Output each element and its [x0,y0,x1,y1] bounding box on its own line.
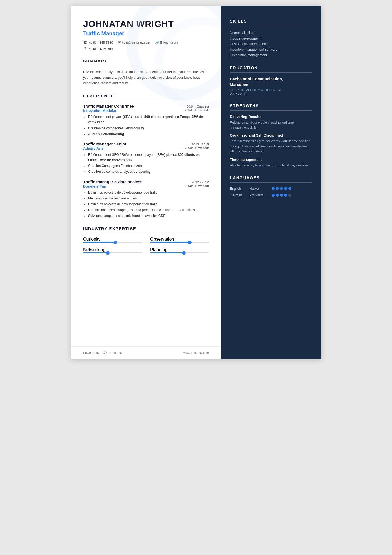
expertise-fill-networking [83,252,108,253]
strengths-title: STRENGTHS [230,103,312,108]
dot-3 [280,187,283,190]
edu-years-1: 2007 - 2011 [230,92,312,96]
expertise-label-curiosity: Curiosity [83,237,100,241]
skill-5: Distribution management [230,52,312,58]
summary-text: Use this opportunity to intrigue and dra… [83,69,209,86]
exp-role-3: Traffic manager & data analyst [83,180,142,184]
skills-list: Numerical skills · Invoice development ·… [230,30,312,58]
expertise-fill-planning [150,252,184,253]
phone-text: +1-914-345-5530 [88,41,113,44]
skills-divider [230,26,312,26]
exp-company-3: Bonefete Fun [83,184,106,188]
experience-divider [83,100,209,100]
footer-bar: Powered by Enhancv www.enhancv.com [71,346,221,359]
expertise-item-planning: Planning [150,247,209,253]
linkedin-item: 🔗 linkedin.com [155,41,178,45]
lang-level-english: Native [249,187,269,191]
dot-g3 [280,194,283,197]
bullet-2-1: Référencement SEO / Référencement payant… [88,152,209,163]
exp-location-3: Buffalo, New York [183,184,209,188]
bullet-3-3: Définir les objectifs de développement d… [88,202,209,207]
dot-g4 [284,194,287,197]
exp-company-2: Admire Arts [83,146,104,151]
footer-brand-name: Enhancv [110,351,122,354]
exp-bullets-3: Définir les objectifs de développement d… [83,190,209,219]
dot-2 [276,187,279,190]
summary-title: SUMMARY [83,58,209,63]
bullet-3-2: Mettre en oeuvre les campagnes [88,196,209,201]
expertise-fill-observation [150,242,190,243]
strength-desc-3: Able to divide my time in the most optim… [230,163,312,168]
strength-desc-2: Take full responsibility to deliver my w… [230,139,312,154]
exp-bullets-2: Référencement SEO / Référencement payant… [83,152,209,175]
strength-desc-1: Relying on a mix of problem-solving and … [230,120,312,130]
location-icon: 📍 [83,47,87,51]
phone-icon: ☎ [83,41,87,45]
dot-5 [288,187,291,190]
bullet-2-2: Création Campagnes Facebook Ads [88,163,209,169]
linkedin-text: linkedin.com [160,41,178,44]
candidate-title: Traffic Manager [83,30,209,37]
skill-2: Invoice development · [230,36,312,41]
exp-entry-2: Traffic Manager Sénior 2013 - 2015 Admir… [83,142,209,175]
skills-title: SKILLS [230,19,312,23]
education-title: EDUCATION [230,66,312,70]
experience-title: EXPERIENCE [83,93,209,98]
strength-title-3: Time-management [230,157,312,162]
exp-entry-3: Traffic manager & data analyst 2012 - 20… [83,180,209,219]
dot-g5 [288,194,291,197]
expertise-grid: Curiosity Observation Networking [83,237,209,253]
bullet-3-5: Suivi des campagnes en collaboration ave… [88,213,209,219]
exp-sub-2: Admire Arts Buffalo, New York [83,146,209,151]
expertise-track-curiosity [83,242,142,243]
expertise-track-observation [150,242,209,243]
expertise-label-networking: Networking [83,247,105,252]
footer-brand: Powered by Enhancv [83,351,122,355]
phone-item: ☎ +1-914-345-5530 [83,41,113,45]
expertise-divider [83,233,209,233]
lang-dots-english [272,187,291,190]
skill-3: Customs documentation · [230,41,312,47]
exp-sub-1: Innovation Modular Buffalo, New York [83,108,209,113]
location-item: 📍 Buffalo, New York [83,47,114,51]
expertise-label-observation: Observation [150,237,174,241]
email-icon: ✉ [118,41,121,45]
languages-divider [230,182,312,183]
exp-header-3: Traffic manager & data analyst 2012 - 20… [83,180,209,184]
footer-powered-by: Powered by [83,351,99,354]
expertise-thumb-curiosity [113,241,117,244]
exp-date-3: 2012 - 2012 [192,181,209,184]
bullet-1-2: Création de compagnes (leboncoin.fr) [88,126,209,131]
resume-container: JOHNATAN WRIGHT Traffic Manager ☎ +1-914… [71,6,321,359]
exp-role-2: Traffic Manager Sénior [83,142,126,146]
exp-company-1: Innovation Modular [83,108,116,113]
education-divider [230,72,312,73]
expertise-label-planning: Planning [150,247,167,252]
footer-url: www.enhancv.com [183,351,209,354]
location-text: Buffalo, New York [88,47,114,50]
exp-header-1: Traffic Manager Confirmée 2016 - Ongoing [83,104,209,108]
expertise-track-planning [150,252,209,253]
expertise-fill-curiosity [83,242,115,243]
skill-4: Inventory management software · [230,47,312,52]
expertise-item-networking: Networking [83,247,142,253]
enhancv-logo-icon [101,351,109,355]
dot-g1 [272,194,275,197]
exp-location-2: Buffalo, New York [183,146,209,151]
exp-sub-3: Bonefete Fun Buffalo, New York [83,184,209,188]
edu-school-1: HELP UNIVERSITY & UPN UNIV [230,88,312,92]
bullet-3-1: Définir les objectifs de développement d… [88,190,209,195]
strengths-divider [230,110,312,111]
bullet-3-4: L'optimisation des campagnes, et la prop… [88,208,209,213]
email-item: ✉ help@enhancv.com [118,41,150,45]
lang-row-german: German Proficient [230,193,312,197]
expertise-item-observation: Observation [150,237,209,243]
contact-row: ☎ +1-914-345-5530 ✉ help@enhancv.com 🔗 l… [83,41,209,51]
lang-name-english: English [230,187,247,191]
exp-date-2: 2013 - 2015 [192,143,209,146]
expertise-thumb-observation [188,241,192,244]
expertise-item-curiosity: Curiosity [83,237,142,243]
exp-header-2: Traffic Manager Sénior 2013 - 2015 [83,142,209,146]
bullet-1-1: Référencement payant (SEA) plus de 500 c… [88,114,209,125]
dot-4 [284,187,287,190]
